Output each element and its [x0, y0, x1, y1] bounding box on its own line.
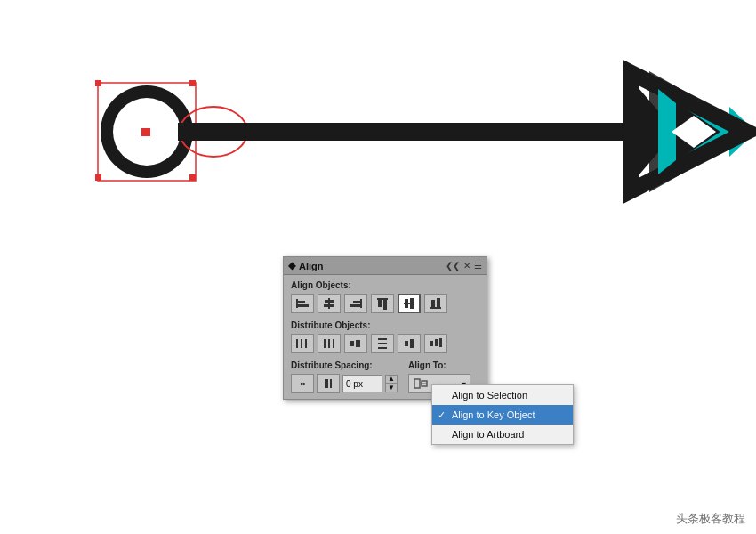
svg-rect-42 [301, 339, 302, 348]
svg-rect-47 [350, 341, 354, 346]
dropdown-item-artboard-text: Align to Artboard [452, 429, 524, 440]
svg-rect-4 [95, 80, 101, 86]
svg-rect-57 [325, 379, 328, 384]
svg-rect-45 [328, 339, 330, 348]
collapse-icon[interactable]: ❮❮ [446, 261, 460, 271]
svg-rect-39 [431, 300, 435, 307]
svg-rect-48 [356, 340, 360, 347]
dropdown-item-artboard[interactable]: Align to Artboard [432, 425, 573, 444]
dist-top-btn[interactable] [371, 334, 394, 353]
svg-rect-55 [435, 339, 438, 346]
svg-rect-41 [296, 339, 298, 348]
svg-rect-44 [324, 339, 326, 348]
svg-rect-7 [189, 174, 196, 181]
svg-rect-53 [410, 339, 414, 348]
svg-rect-52 [405, 341, 408, 346]
dropdown-item-selection-text: Align to Selection [452, 390, 527, 400]
svg-rect-49 [378, 338, 387, 340]
svg-rect-60 [414, 379, 420, 388]
svg-rect-6 [95, 174, 101, 181]
dropdown-item-key-object-text: Align to Key Object [452, 409, 535, 420]
svg-rect-36 [405, 299, 408, 308]
spacing-input[interactable] [342, 375, 382, 392]
align-to-dropdown-menu: Align to Selection ✓ Align to Key Object… [431, 384, 574, 445]
align-panel: ◆ Align ❮❮ ✕ ☰ Align Objects: [283, 256, 487, 400]
dist-center-h-btn[interactable] [318, 334, 341, 353]
panel-titlebar: ◆ Align ❮❮ ✕ ☰ [284, 257, 487, 275]
align-to-label: Align To: [408, 360, 479, 370]
svg-rect-43 [305, 339, 307, 348]
check-mark-icon: ✓ [438, 409, 446, 421]
svg-rect-54 [430, 341, 433, 346]
svg-rect-56 [439, 338, 442, 347]
dist-right-btn[interactable] [344, 334, 367, 353]
align-bottom-btn[interactable] [424, 294, 447, 313]
svg-rect-27 [325, 300, 334, 303]
panel-body: Align Objects: Distribute Objects: [284, 275, 487, 399]
svg-rect-40 [437, 298, 440, 307]
svg-rect-37 [410, 298, 414, 309]
svg-rect-51 [378, 347, 387, 349]
svg-rect-30 [353, 301, 360, 303]
dist-center-v-btn[interactable] [398, 334, 421, 353]
diamond-icon: ◆ [288, 260, 295, 271]
svg-rect-29 [360, 299, 362, 308]
align-center-v-btn[interactable] [398, 294, 421, 313]
svg-rect-24 [298, 301, 305, 303]
spacing-v-btn[interactable] [317, 374, 340, 393]
distribute-spacing-section: Distribute Spacing: ⇔ ▲ ▼ [291, 360, 401, 393]
close-icon[interactable]: ✕ [463, 261, 470, 271]
svg-rect-34 [383, 300, 387, 310]
svg-rect-26 [328, 298, 330, 309]
watermark: 头条极客教程 [676, 511, 745, 527]
dist-left-btn[interactable] [291, 334, 314, 353]
svg-rect-50 [378, 343, 387, 344]
dist-bottom-btn[interactable] [424, 334, 447, 353]
svg-rect-5 [189, 80, 196, 86]
svg-rect-23 [296, 299, 298, 308]
align-objects-buttons [291, 294, 479, 313]
spinner-down[interactable]: ▼ [385, 384, 398, 392]
align-top-btn[interactable] [371, 294, 394, 313]
svg-rect-59 [330, 379, 332, 388]
svg-rect-46 [333, 339, 334, 348]
svg-rect-31 [350, 304, 360, 307]
svg-rect-25 [298, 304, 309, 307]
spinner[interactable]: ▲ ▼ [385, 375, 398, 392]
spinner-up[interactable]: ▲ [385, 375, 398, 384]
distribute-objects-label: Distribute Objects: [291, 320, 479, 330]
align-left-btn[interactable] [291, 294, 314, 313]
svg-rect-38 [430, 307, 441, 309]
svg-rect-32 [377, 298, 388, 300]
svg-rect-58 [325, 384, 328, 388]
spacing-row: ⇔ ▲ ▼ [291, 374, 401, 393]
svg-rect-8 [141, 128, 150, 136]
panel-title: ◆ Align [288, 260, 324, 271]
dropdown-item-key-object[interactable]: ✓ Align to Key Object [432, 405, 573, 425]
svg-rect-28 [324, 304, 334, 307]
distribute-spacing-label: Distribute Spacing: [291, 360, 401, 370]
spacing-h-btn[interactable]: ⇔ [291, 374, 314, 393]
align-center-h-btn[interactable] [318, 294, 341, 313]
panel-title-text: Align [299, 261, 324, 271]
canvas-area [0, 0, 756, 249]
watermark-text: 头条极客教程 [676, 512, 745, 525]
svg-rect-33 [378, 300, 382, 307]
align-objects-label: Align Objects: [291, 280, 479, 290]
menu-icon[interactable]: ☰ [474, 261, 482, 271]
align-right-btn[interactable] [344, 294, 367, 313]
distribute-objects-buttons [291, 334, 479, 353]
panel-controls[interactable]: ❮❮ ✕ ☰ [446, 261, 482, 271]
svg-rect-22 [178, 123, 631, 141]
dropdown-item-selection[interactable]: Align to Selection [432, 385, 573, 405]
